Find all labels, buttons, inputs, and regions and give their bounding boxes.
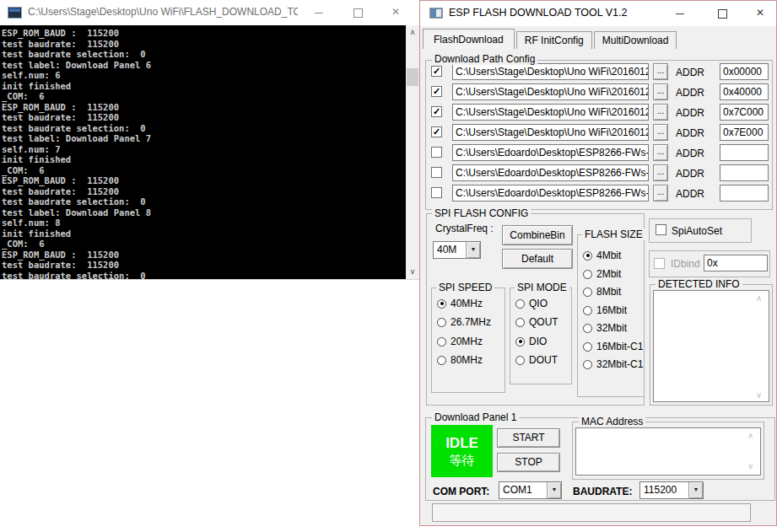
scroll-down-icon[interactable] (747, 461, 774, 524)
radio-label: 32Mbit (596, 322, 627, 334)
tab-flashdownload[interactable]: FlashDownload (423, 29, 515, 49)
firmware-path-input[interactable]: C:\Users\Edoardo\Desktop\ESP8266-FWs- (452, 164, 649, 181)
radio-icon[interactable] (437, 356, 446, 365)
scroll-up-icon[interactable] (756, 293, 774, 303)
tab-multidownload[interactable]: MultiDownload (594, 31, 677, 49)
close-icon[interactable] (747, 1, 774, 26)
radio-icon[interactable] (583, 324, 592, 333)
addr-label: ADDR (676, 87, 704, 99)
firmware-path-input[interactable]: C:\Users\Stage\Desktop\Uno WiFi\2016012 (452, 124, 649, 141)
radio-icon[interactable] (583, 360, 592, 369)
com-port-select[interactable]: COM1 (499, 481, 562, 499)
minimize-icon[interactable] (305, 0, 332, 25)
radio-qout[interactable]: QOUT (515, 316, 558, 328)
path-row-checkbox[interactable] (431, 66, 442, 77)
addr-input[interactable] (720, 185, 769, 202)
browse-button[interactable]: ... (653, 124, 668, 141)
path-row-checkbox[interactable] (431, 86, 442, 97)
maximize-icon[interactable] (344, 0, 371, 25)
path-row-checkbox[interactable] (431, 167, 442, 178)
radio-4mbit[interactable]: 4Mbit (583, 250, 621, 261)
radio-label: DIO (529, 336, 547, 347)
radio-label: 40MHz (451, 298, 483, 309)
radio-8mbit[interactable]: 8Mbit (583, 286, 621, 298)
baudrate-value: 115200 (644, 484, 677, 496)
path-row-checkbox[interactable] (431, 187, 442, 198)
radio-dio[interactable]: DIO (515, 336, 547, 347)
id-bind-checkbox[interactable] (654, 258, 665, 269)
firmware-path-input[interactable]: C:\Users\Stage\Desktop\Uno WiFi\2016012 (452, 63, 649, 80)
download-path-row: C:\Users\Stage\Desktop\Uno WiFi\2016012.… (420, 104, 776, 121)
addr-input[interactable] (720, 164, 769, 181)
radio-40mhz[interactable]: 40MHz (437, 298, 483, 309)
addr-input[interactable]: 0x40000 (720, 83, 769, 100)
browse-button[interactable]: ... (653, 83, 668, 100)
console-scrollbar[interactable] (406, 25, 419, 279)
spi-speed-legend: SPI SPEED (436, 282, 494, 293)
browse-button[interactable]: ... (653, 185, 668, 202)
radio-20mhz[interactable]: 20MHz (437, 336, 483, 347)
browse-button[interactable]: ... (653, 164, 668, 181)
spi-auto-set-checkbox[interactable] (656, 224, 666, 235)
tab-rf-initconfig[interactable]: RF InitConfig (516, 31, 592, 49)
radio-icon[interactable] (583, 251, 592, 261)
firmware-path-input[interactable]: C:\Users\Edoardo\Desktop\ESP8266-FWs- (452, 185, 649, 202)
radio-2mbit[interactable]: 2Mbit (583, 268, 621, 280)
browse-button[interactable]: ... (653, 104, 668, 121)
default-button[interactable]: Default (502, 249, 573, 269)
path-row-checkbox[interactable] (431, 126, 442, 137)
radio-26.7mhz[interactable]: 26.7MHz (437, 316, 491, 328)
scroll-up-icon[interactable] (406, 25, 419, 39)
chevron-down-icon[interactable] (466, 242, 480, 258)
addr-input[interactable] (720, 144, 769, 161)
detected-info-textarea[interactable] (653, 290, 769, 402)
firmware-path-input[interactable]: C:\Users\Edoardo\Desktop\ESP8266-FWs- (452, 144, 649, 161)
radio-32mbit-c1[interactable]: 32Mbit-C1 (583, 358, 643, 370)
radio-16mbit-c1[interactable]: 16Mbit-C1 (583, 341, 643, 352)
radio-80mhz[interactable]: 80MHz (437, 354, 483, 366)
addr-input[interactable]: 0x7C000 (720, 104, 769, 121)
radio-icon[interactable] (515, 337, 525, 347)
chevron-down-icon[interactable] (547, 482, 561, 498)
browse-button[interactable]: ... (653, 144, 668, 161)
radio-icon[interactable] (515, 299, 525, 309)
stop-button[interactable]: STOP (497, 453, 560, 472)
addr-input[interactable]: 0x7E000 (720, 124, 769, 141)
radio-dout[interactable]: DOUT (515, 354, 558, 366)
baudrate-select[interactable]: 115200 (639, 481, 704, 499)
crystal-freq-select[interactable]: 40M (433, 241, 481, 259)
scroll-thumb[interactable] (407, 68, 418, 86)
addr-input[interactable]: 0x00000 (720, 63, 769, 80)
firmware-path-input[interactable]: C:\Users\Stage\Desktop\Uno WiFi\2016012 (452, 83, 649, 100)
addr-label: ADDR (676, 107, 704, 119)
radio-icon[interactable] (583, 270, 592, 279)
start-button[interactable]: START (497, 428, 560, 448)
radio-icon[interactable] (583, 287, 592, 297)
radio-icon[interactable] (437, 299, 446, 309)
radio-qio[interactable]: QIO (515, 298, 548, 309)
radio-32mbit[interactable]: 32Mbit (583, 322, 627, 334)
radio-icon[interactable] (515, 356, 525, 365)
minimize-icon[interactable] (666, 1, 693, 26)
radio-icon[interactable] (437, 318, 446, 327)
close-icon[interactable] (383, 0, 410, 25)
browse-button[interactable]: ... (653, 63, 668, 80)
path-row-checkbox[interactable] (431, 106, 442, 117)
firmware-path-input[interactable]: C:\Users\Stage\Desktop\Uno WiFi\2016012 (452, 104, 649, 121)
id-bind-input[interactable]: 0x (704, 255, 768, 271)
addr-label: ADDR (676, 168, 704, 180)
radio-icon[interactable] (515, 318, 525, 327)
path-row-checkbox[interactable] (431, 147, 442, 158)
radio-icon[interactable] (437, 337, 446, 347)
combine-bin-button[interactable]: CombineBin (502, 225, 573, 245)
chevron-down-icon[interactable] (688, 482, 703, 498)
mac-address-textarea[interactable] (575, 427, 761, 476)
status-badge: IDLE 等待 (431, 425, 493, 477)
radio-16mbit[interactable]: 16Mbit (583, 304, 627, 316)
radio-icon[interactable] (583, 342, 592, 352)
maximize-icon[interactable] (709, 1, 736, 26)
scroll-up-icon[interactable] (747, 431, 774, 440)
scroll-down-icon[interactable] (406, 265, 419, 278)
radio-icon[interactable] (583, 306, 592, 315)
console-text: ESP_ROM_BAUD : 115200 test baudrate: 115… (2, 28, 405, 279)
